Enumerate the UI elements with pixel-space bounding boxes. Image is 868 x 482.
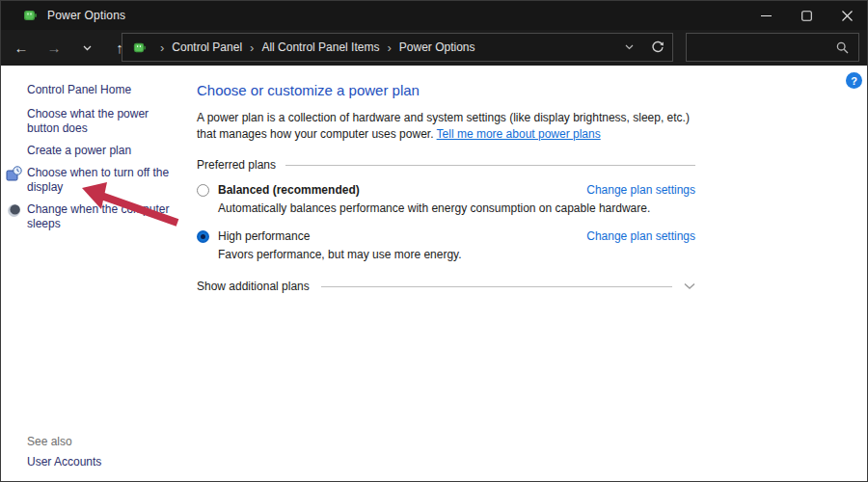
preferred-plans-header: Preferred plans [197, 158, 695, 172]
high-performance-plan-label[interactable]: High performance [218, 229, 310, 243]
sidebar-item-create-power-plan[interactable]: Create a power plan [1, 144, 180, 158]
sidebar-item-computer-sleeps[interactable]: Change when the computer sleeps [1, 202, 180, 231]
tell-me-more-link[interactable]: Tell me more about power plans [437, 127, 601, 141]
search-icon [836, 41, 849, 54]
forward-button[interactable]: → [41, 36, 67, 61]
power-options-window: Power Options ← → ↑ [0, 0, 868, 482]
main-panel: Choose or customize a power plan A power… [197, 82, 698, 293]
back-arrow-icon: ← [14, 40, 29, 56]
plan-row-high-performance: High performance Change plan settings Fa… [197, 229, 695, 262]
sidebar-item-power-button[interactable]: Choose what the power button does [1, 107, 180, 136]
breadcrumb-separator-icon: › [387, 40, 391, 55]
back-button[interactable]: ← [9, 36, 34, 61]
show-additional-plans[interactable]: Show additional plans [197, 280, 695, 293]
search-input[interactable] [687, 40, 836, 54]
power-options-location-icon [132, 40, 147, 55]
sidebar-item-user-accounts[interactable]: User Accounts [27, 455, 101, 469]
high-performance-plan-description: Favors performance, but may use more ene… [218, 248, 695, 262]
help-icon: ? [851, 75, 857, 87]
sidebar-item-turn-off-display[interactable]: Choose when to turn off the display [1, 166, 180, 195]
separator-line [321, 286, 672, 287]
balanced-plan-label[interactable]: Balanced (recommended) [218, 183, 360, 197]
help-button[interactable]: ? [846, 72, 862, 89]
balanced-radio[interactable] [197, 184, 209, 197]
show-additional-plans-label: Show additional plans [197, 280, 310, 293]
sidebar: Control Panel Home Choose what the power… [1, 66, 184, 482]
title-bar: Power Options [1, 1, 867, 30]
preferred-plans-label: Preferred plans [197, 158, 276, 172]
address-dropdown-button[interactable] [614, 34, 643, 61]
search-box[interactable] [686, 33, 859, 62]
sleep-icon [6, 202, 22, 219]
minimize-button[interactable] [746, 1, 786, 30]
breadcrumb-control-panel[interactable]: Control Panel [172, 40, 242, 54]
close-button[interactable] [827, 1, 867, 30]
high-performance-radio[interactable] [197, 230, 209, 243]
chevron-down-icon [625, 44, 634, 50]
maximize-icon [801, 11, 812, 21]
breadcrumb-all-control-panel-items[interactable]: All Control Panel Items [261, 40, 379, 54]
navigation-toolbar: ← → ↑ › Control Panel › All Control Pane… [1, 30, 867, 66]
refresh-button[interactable] [643, 34, 672, 61]
chevron-down-icon [684, 282, 695, 290]
page-title: Choose or customize a power plan [197, 82, 698, 98]
separator-line [285, 165, 695, 166]
maximize-button[interactable] [786, 1, 827, 30]
breadcrumb-separator-icon: › [250, 40, 254, 55]
balanced-change-settings-link[interactable]: Change plan settings [586, 183, 695, 197]
intro-text: A power plan is a collection of hardware… [197, 110, 700, 143]
close-icon [842, 11, 853, 21]
high-performance-change-settings-link[interactable]: Change plan settings [586, 229, 695, 243]
window-title: Power Options [47, 9, 125, 22]
breadcrumb-power-options[interactable]: Power Options [399, 40, 475, 54]
balanced-plan-description: Automatically balances performance with … [218, 201, 695, 216]
forward-arrow-icon: → [47, 40, 62, 56]
chevron-down-icon [83, 45, 92, 51]
recent-pages-button[interactable] [74, 36, 99, 61]
sidebar-item-control-panel-home[interactable]: Control Panel Home [27, 83, 131, 96]
address-bar[interactable]: › Control Panel › All Control Panel Item… [122, 33, 673, 62]
display-clock-icon [6, 166, 22, 182]
refresh-icon [651, 40, 665, 54]
power-options-app-icon [22, 8, 38, 23]
minimize-icon [761, 11, 772, 21]
see-also-label: See also [27, 435, 72, 448]
content-area: Control Panel Home Choose what the power… [1, 66, 868, 482]
breadcrumb-separator-icon: › [160, 40, 164, 55]
plan-row-balanced: Balanced (recommended) Change plan setti… [197, 183, 695, 216]
